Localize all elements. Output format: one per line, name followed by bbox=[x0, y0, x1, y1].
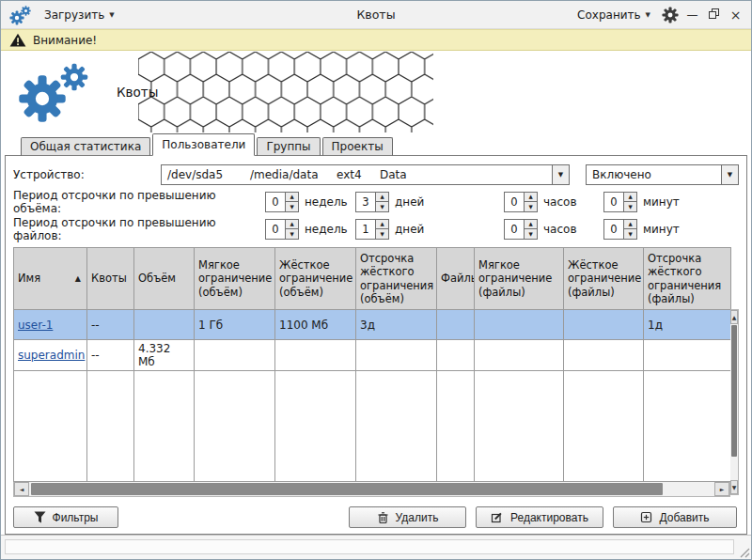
save-menu-label: Сохранить bbox=[577, 8, 641, 22]
horizontal-scrollbar[interactable]: ◄ ► bbox=[13, 482, 730, 497]
spin-up-icon[interactable]: ▲ bbox=[376, 220, 388, 229]
spin-up-icon[interactable]: ▲ bbox=[624, 193, 636, 202]
user-link[interactable]: superadmin bbox=[18, 349, 85, 362]
vertical-scroll-thumb[interactable] bbox=[731, 325, 737, 457]
grace-files-minutes-stepper[interactable]: 0 ▲▼ bbox=[603, 219, 637, 240]
spin-value[interactable]: 0 bbox=[266, 193, 285, 211]
unit-weeks-label: недель bbox=[305, 223, 350, 236]
page-header: Квоты bbox=[1, 51, 751, 133]
delete-button[interactable]: Удалить bbox=[349, 506, 466, 528]
tab-groups[interactable]: Группы bbox=[257, 137, 320, 156]
load-menu-button[interactable]: Загрузить ▼ bbox=[39, 6, 120, 24]
grace-volume-label: Период отсрочки по превышению объёма: bbox=[13, 189, 259, 215]
chevron-down-icon: ▼ bbox=[646, 11, 650, 19]
device-partition: /dev/sda5 bbox=[167, 168, 250, 181]
cell-hard-volume: 1100 Мб bbox=[275, 310, 356, 340]
column-header-hard-files[interactable]: Жёсткое ограничение (файлы) bbox=[564, 248, 644, 310]
grace-files-hours-stepper[interactable]: 0 ▲▼ bbox=[504, 219, 538, 240]
users-table-zone: Имя▲ Квоты Объём Мягкое ограничение (объ… bbox=[13, 247, 739, 497]
filters-button-label: Фильтры bbox=[53, 511, 99, 524]
spin-value[interactable]: 0 bbox=[604, 193, 623, 211]
spin-up-icon[interactable]: ▲ bbox=[624, 220, 636, 229]
horizontal-scroll-thumb[interactable] bbox=[31, 483, 663, 495]
spin-value[interactable]: 3 bbox=[356, 193, 375, 211]
combo-arrow-icon[interactable]: ▼ bbox=[552, 165, 569, 184]
user-link[interactable]: user-1 bbox=[18, 319, 53, 332]
add-button[interactable]: Добавить bbox=[613, 506, 737, 528]
spin-value[interactable]: 0 bbox=[266, 220, 285, 239]
column-header-name[interactable]: Имя▲ bbox=[14, 248, 87, 310]
spin-down-icon[interactable]: ▼ bbox=[286, 228, 298, 239]
status-bar bbox=[1, 535, 751, 559]
column-header-hard-volume[interactable]: Жёсткое ограничение (объём) bbox=[275, 248, 356, 310]
spin-down-icon[interactable]: ▼ bbox=[286, 201, 298, 211]
column-header-volume[interactable]: Объём bbox=[134, 248, 195, 310]
edit-icon bbox=[491, 511, 504, 523]
column-header-grace-files[interactable]: Отсрочка жёсткого ограничения (файлы) bbox=[644, 248, 731, 310]
save-menu-button[interactable]: Сохранить ▼ bbox=[572, 6, 656, 24]
grace-files-days-stepper[interactable]: 1 ▲▼ bbox=[355, 219, 389, 240]
table-row[interactable]: user-1 -- 1 Гб 1100 Мб 3д 1д bbox=[14, 310, 731, 340]
edit-button[interactable]: Редактировать bbox=[476, 506, 603, 528]
combo-arrow-icon[interactable]: ▼ bbox=[721, 165, 738, 184]
scroll-right-icon[interactable]: ► bbox=[714, 482, 729, 496]
spin-value[interactable]: 0 bbox=[505, 220, 524, 239]
grace-volume-days-stepper[interactable]: 3 ▲▼ bbox=[355, 192, 389, 212]
scroll-up-icon[interactable]: ▲ bbox=[730, 310, 738, 324]
grace-volume-weeks-stepper[interactable]: 0 ▲▼ bbox=[265, 192, 299, 212]
column-header-files[interactable]: Файлы bbox=[437, 248, 475, 310]
tab-users[interactable]: Пользователи bbox=[152, 133, 255, 156]
maximize-button[interactable] bbox=[706, 8, 722, 23]
spin-value[interactable]: 1 bbox=[356, 220, 375, 239]
spin-down-icon[interactable]: ▼ bbox=[624, 228, 636, 239]
spin-value[interactable]: 0 bbox=[505, 193, 524, 211]
cell-grace-files: 1д bbox=[644, 310, 731, 340]
scroll-down-icon[interactable]: ▼ bbox=[730, 480, 738, 494]
spin-up-icon[interactable]: ▲ bbox=[286, 220, 298, 229]
grace-volume-hours-stepper[interactable]: 0 ▲▼ bbox=[504, 192, 538, 212]
spin-up-icon[interactable]: ▲ bbox=[286, 193, 298, 202]
column-header-quotas[interactable]: Квоты bbox=[87, 248, 134, 310]
minimize-button[interactable]: — bbox=[684, 8, 700, 23]
column-header-soft-volume[interactable]: Мягкое ограничение (объём) bbox=[195, 248, 275, 310]
device-row: Устройство: /dev/sda5 /media/data ext4 D… bbox=[13, 162, 739, 188]
settings-gear-icon[interactable] bbox=[662, 7, 679, 23]
tab-general-statistics[interactable]: Общая статистика bbox=[21, 137, 150, 156]
spin-down-icon[interactable]: ▼ bbox=[376, 228, 388, 239]
device-volume-label: Data bbox=[380, 168, 407, 181]
vertical-scroll-track[interactable] bbox=[730, 324, 738, 480]
spin-value[interactable]: 0 bbox=[604, 220, 623, 239]
edit-button-label: Редактировать bbox=[510, 511, 588, 524]
spin-down-icon[interactable]: ▼ bbox=[376, 201, 388, 211]
filters-button[interactable]: Фильтры bbox=[13, 506, 118, 528]
column-header-grace-volume[interactable]: Отсрочка жёсткого ограничения (объём) bbox=[356, 248, 437, 310]
grace-volume-minutes-stepper[interactable]: 0 ▲▼ bbox=[603, 192, 637, 212]
scroll-left-icon[interactable]: ◄ bbox=[14, 482, 29, 496]
users-table: Имя▲ Квоты Объём Мягкое ограничение (объ… bbox=[13, 247, 731, 482]
spin-down-icon[interactable]: ▼ bbox=[624, 201, 636, 211]
cell-grace-volume: 3д bbox=[356, 310, 437, 340]
horizontal-scroll-track[interactable] bbox=[29, 482, 714, 496]
grace-files-weeks-stepper[interactable]: 0 ▲▼ bbox=[265, 219, 299, 240]
warning-bar: Внимание! bbox=[1, 29, 751, 51]
vertical-scrollbar[interactable]: ▲ ▼ bbox=[730, 309, 739, 495]
add-button-label: Добавить bbox=[659, 511, 709, 524]
cell-files bbox=[437, 310, 475, 340]
column-label: Имя bbox=[18, 272, 40, 285]
cell-soft-files bbox=[475, 340, 564, 371]
quota-status-select[interactable]: Включено ▼ bbox=[586, 164, 739, 185]
spin-up-icon[interactable]: ▲ bbox=[525, 193, 537, 202]
spin-down-icon[interactable]: ▼ bbox=[525, 228, 537, 239]
table-row[interactable]: superadmin -- 4.332 Мб bbox=[14, 340, 731, 371]
device-select[interactable]: /dev/sda5 /media/data ext4 Data ▼ bbox=[161, 164, 570, 185]
cell-hard-volume bbox=[275, 340, 356, 371]
spin-up-icon[interactable]: ▲ bbox=[525, 220, 537, 229]
column-header-soft-files[interactable]: Мягкое ограничение (файлы) bbox=[475, 248, 564, 310]
tab-projects[interactable]: Проекты bbox=[322, 137, 393, 156]
spin-down-icon[interactable]: ▼ bbox=[525, 201, 537, 211]
close-button[interactable]: × bbox=[728, 8, 744, 23]
cell-grace-volume bbox=[356, 340, 437, 371]
spin-up-icon[interactable]: ▲ bbox=[376, 193, 388, 202]
resize-grip[interactable] bbox=[738, 546, 750, 558]
cell-grace-files bbox=[644, 340, 731, 371]
